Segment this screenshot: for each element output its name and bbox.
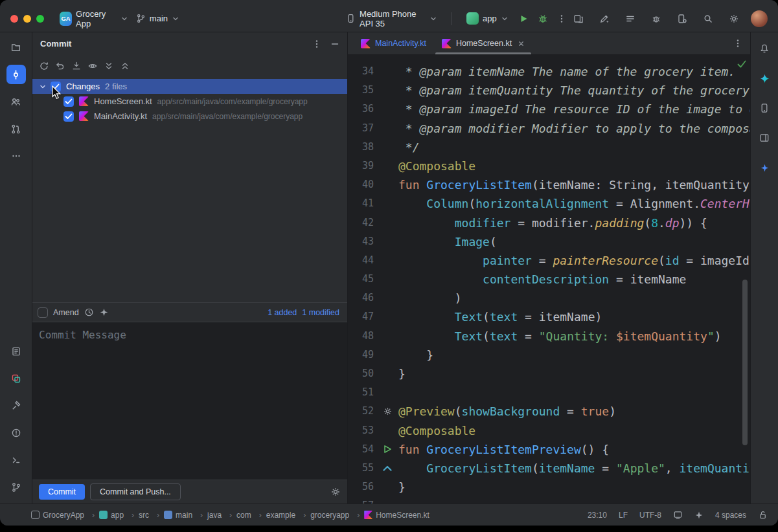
ai-sparkle-icon[interactable]	[99, 307, 109, 317]
editor-config-icon[interactable]	[673, 510, 683, 520]
code-text[interactable]: fun GroceryListItem(itemName: String, it…	[398, 175, 750, 194]
line-separator-widget[interactable]: LF	[619, 511, 628, 520]
code-text[interactable]: * @param modifier Modifier to apply to t…	[398, 119, 750, 138]
hide-panel-icon[interactable]	[330, 39, 339, 49]
code-line[interactable]: 55 GroceryListItem(itemName = "Apple", i…	[348, 459, 750, 478]
breadcrumb-item[interactable]: java	[207, 511, 236, 520]
commit-tool-button[interactable]	[6, 65, 26, 84]
running-devices-tool-button[interactable]	[755, 98, 774, 118]
code-line[interactable]: 35 * @param itemQuantity The quantity of…	[348, 81, 750, 100]
pull-requests-tool-button[interactable]	[6, 119, 26, 139]
code-text[interactable]: contentDescription = itemName	[398, 270, 750, 289]
search-icon[interactable]	[699, 10, 717, 28]
history-icon[interactable]	[84, 307, 94, 317]
refresh-icon[interactable]	[39, 61, 49, 71]
code-line[interactable]: 47 Text(text = itemName)	[348, 307, 750, 326]
code-text[interactable]: )	[398, 289, 750, 307]
code-line[interactable]: 46 )	[348, 289, 750, 307]
minimize-window-button[interactable]	[23, 15, 31, 23]
editor-tab-options-icon[interactable]	[733, 32, 742, 54]
profiler-icon[interactable]	[647, 10, 665, 28]
expand-all-icon[interactable]	[104, 61, 114, 71]
code-line[interactable]: 42 modifier = modifier.padding(8.dp)) {	[348, 214, 750, 232]
code-line[interactable]: 39@Composable	[348, 157, 750, 175]
user-avatar[interactable]	[751, 10, 768, 27]
indent-widget[interactable]: 4 spaces	[715, 511, 746, 520]
code-line[interactable]: 51	[348, 383, 750, 402]
chevron-down-icon[interactable]	[39, 83, 47, 91]
code-text[interactable]: Text(text = itemName)	[398, 307, 750, 326]
settings-icon[interactable]	[725, 10, 743, 28]
code-text[interactable]: @Preview(showBackground = true)	[398, 402, 750, 421]
logcat-icon[interactable]	[621, 10, 639, 28]
code-line[interactable]: 41 Column(horizontalAlignment = Alignmen…	[348, 194, 750, 213]
code-line[interactable]: 56}	[348, 478, 750, 496]
commit-button[interactable]: Commit	[39, 484, 85, 500]
change-file-row[interactable]: MainActivity.kt app/src/main/java/com/ex…	[32, 109, 347, 124]
code-text[interactable]: * @param itemName The name of the grocer…	[398, 62, 750, 81]
code-line[interactable]: 50}	[348, 364, 750, 383]
code-line[interactable]: 48 Text(text = "Quantity: $itemQuantity"…	[348, 327, 750, 346]
code-text[interactable]: @Composable	[398, 421, 750, 440]
editor-scrollbar[interactable]	[742, 280, 748, 445]
code-line[interactable]: 45 contentDescription = itemName	[348, 270, 750, 289]
code-area[interactable]: 34 * @param itemName The name of the gro…	[348, 55, 750, 504]
code-text[interactable]: GroceryListItem(itemName = "Apple", item…	[398, 459, 750, 478]
code-text[interactable]: */	[398, 138, 750, 157]
code-line[interactable]: 40fun GroceryListItem(itemName: String, …	[348, 175, 750, 194]
code-line[interactable]: 53@Composable	[348, 421, 750, 440]
code-line[interactable]: 34 * @param itemName The name of the gro…	[348, 62, 750, 81]
ai-status-icon[interactable]	[694, 511, 704, 520]
code-text[interactable]: }	[398, 478, 750, 496]
problems-tool-button[interactable]	[6, 423, 26, 443]
diff-preview-icon[interactable]	[87, 61, 98, 71]
structure-tool-button[interactable]	[6, 92, 26, 111]
code-text[interactable]: Column(horizontalAlignment = Alignment.C…	[398, 194, 750, 213]
code-line[interactable]: 38 */	[348, 138, 750, 157]
more-tools-button[interactable]	[6, 146, 26, 166]
code-text[interactable]: * @param imageId The resource ID of the …	[398, 100, 750, 118]
ai-assistant-icon[interactable]	[595, 10, 613, 28]
code-text[interactable]: Text(text = "Quantity: $itemQuantity")	[398, 327, 750, 346]
code-line[interactable]: 57	[348, 496, 750, 504]
code-text[interactable]: * @param itemQuantity The quantity of th…	[398, 81, 750, 100]
branch-widget[interactable]: main	[132, 11, 183, 26]
commit-and-push-button[interactable]: Commit and Push...	[90, 483, 181, 500]
inspection-ok-icon[interactable]	[737, 60, 746, 68]
code-text[interactable]	[398, 383, 750, 402]
breadcrumb-item[interactable]: HomeScreen.kt	[364, 511, 429, 520]
code-text[interactable]: }	[398, 364, 750, 383]
project-tool-button[interactable]	[6, 38, 26, 57]
close-window-button[interactable]	[10, 15, 18, 23]
more-actions-button[interactable]	[555, 10, 569, 28]
tab-mainactivity[interactable]: MainActivity.kt	[353, 32, 434, 54]
zoom-window-button[interactable]	[36, 15, 44, 23]
run-config-selector[interactable]: app	[463, 10, 512, 27]
breadcrumb-item[interactable]: main	[164, 511, 207, 520]
code-text[interactable]: @Composable	[398, 157, 750, 175]
code-line[interactable]: 44 painter = painterResource(id = imageI…	[348, 251, 750, 270]
breadcrumb-item[interactable]: groceryapp	[310, 511, 364, 520]
breadcrumb-item[interactable]: example	[266, 511, 310, 520]
code-line[interactable]: 54fun GroceryListItemPreview() {	[348, 440, 750, 459]
commit-message-input[interactable]: Commit Message	[32, 322, 347, 480]
device-mirror-icon[interactable]	[569, 10, 588, 28]
gutter-run-icon[interactable]	[376, 440, 398, 459]
version-control-tool-button[interactable]	[6, 478, 26, 497]
added-count[interactable]: 1 added	[268, 308, 297, 317]
gutter-up-icon[interactable]	[376, 459, 398, 478]
logcat-tool-button[interactable]	[6, 342, 26, 361]
breadcrumb-item[interactable]: GroceryApp	[31, 511, 99, 520]
code-text[interactable]: }	[398, 346, 750, 364]
code-line[interactable]: 36 * @param imageId The resource ID of t…	[348, 100, 750, 118]
code-text[interactable]: fun GroceryListItemPreview() {	[398, 440, 750, 459]
code-text[interactable]	[398, 496, 750, 504]
lock-icon[interactable]	[758, 510, 768, 520]
shelve-icon[interactable]	[71, 61, 82, 71]
changes-row[interactable]: Changes 2 files	[32, 79, 347, 94]
rollback-icon[interactable]	[55, 61, 65, 71]
breadcrumb-item[interactable]: src	[139, 511, 164, 520]
modified-count[interactable]: 1 modified	[302, 308, 339, 317]
terminal-tool-button[interactable]	[6, 450, 26, 470]
code-line[interactable]: 52@Preview(showBackground = true)	[348, 402, 750, 421]
